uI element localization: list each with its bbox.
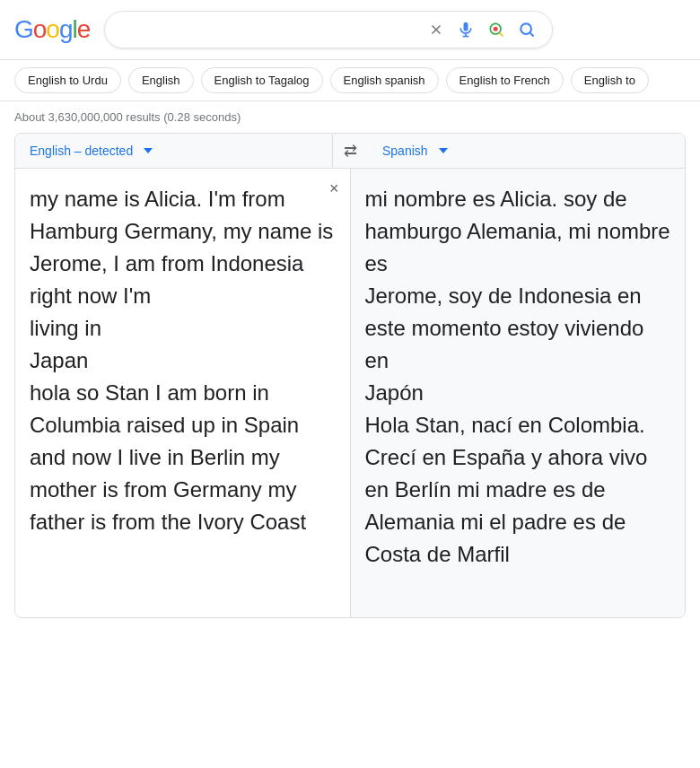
search-icon: [518, 21, 536, 39]
svg-point-8: [521, 23, 532, 34]
suggestion-chip-3[interactable]: English spanish: [330, 67, 439, 93]
suggestion-chip-1[interactable]: English: [128, 67, 194, 93]
source-lang-selector[interactable]: English – detected: [15, 135, 333, 167]
suggestions-bar: English to Urdu English English to Tagal…: [0, 60, 700, 101]
source-lang-label: English – detected: [30, 144, 133, 158]
suggestion-chip-2[interactable]: English to Tagalog: [201, 67, 323, 93]
target-lang-selector[interactable]: Spanish: [368, 135, 685, 167]
svg-line-9: [530, 33, 534, 37]
source-text: my name is Alicia. I'm from Hamburg Germ…: [30, 183, 336, 538]
swap-icon: ⇄: [344, 141, 357, 161]
svg-line-7: [500, 32, 503, 36]
mic-icon: [457, 21, 475, 39]
swap-languages-button[interactable]: ⇄: [333, 134, 368, 168]
clear-icon: ×: [329, 179, 339, 197]
google-logo: Google: [14, 15, 90, 44]
svg-rect-2: [464, 22, 468, 31]
svg-point-6: [494, 27, 498, 31]
target-lang-label: Spanish: [382, 144, 428, 158]
lens-icon: [487, 21, 505, 39]
clear-search-icon: [428, 22, 444, 38]
target-text: mi nombre es Alicia. soy de hamburgo Ale…: [365, 183, 671, 571]
clear-text-button[interactable]: ×: [329, 179, 339, 198]
search-bar: google translate: [104, 11, 553, 48]
search-button[interactable]: [516, 19, 538, 40]
suggestion-chip-5[interactable]: English to: [571, 67, 649, 93]
target-lang-chevron-icon: [439, 148, 448, 153]
target-pane: mi nombre es Alicia. soy de hamburgo Ale…: [351, 169, 686, 617]
search-input[interactable]: google translate: [119, 22, 419, 38]
source-lang-chevron-icon: [144, 148, 153, 153]
header: Google google translate: [0, 0, 700, 60]
source-pane: my name is Alicia. I'm from Hamburg Germ…: [15, 169, 351, 617]
result-count: About 3,630,000,000 results (0.28 second…: [0, 101, 700, 133]
mic-button[interactable]: [455, 19, 477, 40]
translator-header: English – detected ⇄ Spanish: [15, 134, 685, 169]
suggestion-chip-4[interactable]: English to French: [446, 67, 564, 93]
suggestion-chip-0[interactable]: English to Urdu: [14, 67, 121, 93]
clear-search-button[interactable]: [426, 20, 446, 39]
lens-button[interactable]: [486, 19, 507, 40]
search-icons: [426, 19, 538, 40]
translator-widget: English – detected ⇄ Spanish my name is …: [14, 133, 686, 618]
translator-body: my name is Alicia. I'm from Hamburg Germ…: [15, 169, 685, 617]
